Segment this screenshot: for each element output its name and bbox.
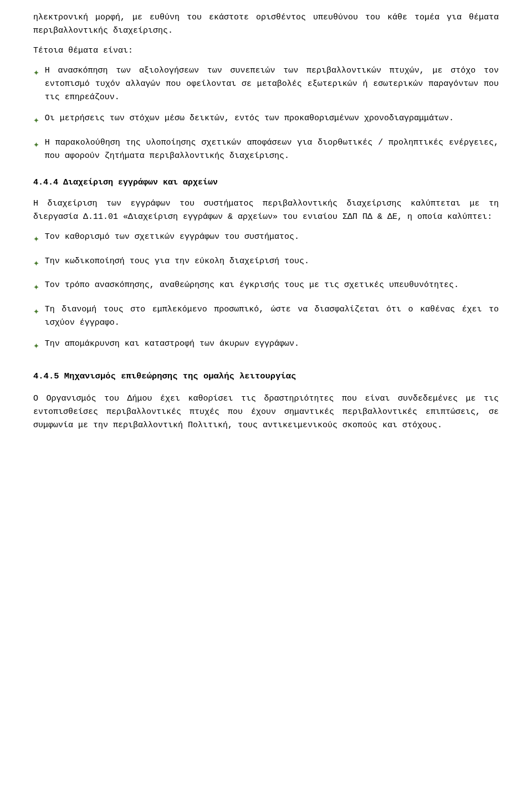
bullet-icon-3: ✦: [33, 137, 39, 153]
section-445-heading: 4.4.5 Μηχανισμός επιθεώρησης της ομαλής …: [33, 370, 499, 383]
bullet-text-8: Την απομάκρυνση και καταστροφή των άκυρω…: [45, 337, 499, 351]
bullet-item-3: ✦ Η παρακολούθηση της υλοποίησης σχετικώ…: [33, 136, 499, 163]
bullet-icon-6: ✦: [33, 279, 39, 295]
bullets-group-2: ✦ Τον καθορισμό των σχετικών εγγράφων το…: [33, 231, 499, 354]
bullet-text-3: Η παρακολούθηση της υλοποίησης σχετικών …: [45, 136, 499, 163]
main-content: ηλεκτρονική μορφή, με ευθύνη του εκάστοτ…: [33, 11, 499, 432]
bullet-text-6: Τον τρόπο ανασκόπησης, αναθεώρησης και έ…: [45, 279, 499, 292]
bullet-item-1: ✦ Η ανασκόπηση των αξιολογήσεων των συνε…: [33, 64, 499, 104]
bullet-text-5: Την κωδικοποίησή τους για την εύκολη δια…: [45, 255, 499, 268]
section-444-heading: 4.4.4 Διαχείριση εγγράφων και αρχείων: [33, 176, 499, 190]
section-445-para: Ο Οργανισμός του Δήμου έχει καθορίσει τι…: [33, 392, 499, 432]
intro-paragraph: ηλεκτρονική μορφή, με ευθύνη του εκάστοτ…: [33, 11, 499, 38]
bullet-icon-4: ✦: [33, 231, 39, 247]
bullet-icon-1: ✦: [33, 65, 39, 81]
bullet-text-7: Τη διανομή τους στο εμπλεκόμενο προσωπικ…: [45, 303, 499, 330]
bullet-icon-5: ✦: [33, 255, 39, 272]
bullet-text-1: Η ανασκόπηση των αξιολογήσεων των συνεπε…: [45, 64, 499, 104]
intro-text: ηλεκτρονική μορφή, με ευθύνη του εκάστοτ…: [33, 11, 499, 38]
section-444: 4.4.4 Διαχείριση εγγράφων και αρχείων Η …: [33, 176, 499, 224]
bullet-item-2: ✦ Οι μετρήσεις των στόχων μέσω δεικτών, …: [33, 112, 499, 129]
bullet-icon-8: ✦: [33, 338, 39, 354]
bullet-icon-2: ✦: [33, 112, 39, 129]
bullet-item-6: ✦ Τον τρόπο ανασκόπησης, αναθεώρησης και…: [33, 279, 499, 295]
section-445: 4.4.5 Μηχανισμός επιθεώρησης της ομαλής …: [33, 370, 499, 432]
section-intro: Τέτοια θέματα είναι:: [33, 44, 499, 58]
section-intro-text: Τέτοια θέματα είναι:: [33, 44, 499, 58]
bullets-group-1: ✦ Η ανασκόπηση των αξιολογήσεων των συνε…: [33, 64, 499, 163]
bullet-item-5: ✦ Την κωδικοποίησή τους για την εύκολη δ…: [33, 255, 499, 272]
bullet-item-8: ✦ Την απομάκρυνση και καταστροφή των άκυ…: [33, 337, 499, 354]
section-444-para: Η διαχείριση των εγγράφων του συστήματος…: [33, 197, 499, 224]
bullet-item-7: ✦ Τη διανομή τους στο εμπλεκόμενο προσωπ…: [33, 303, 499, 330]
bullet-item-4: ✦ Τον καθορισμό των σχετικών εγγράφων το…: [33, 231, 499, 247]
bullet-text-4: Τον καθορισμό των σχετικών εγγράφων του …: [45, 231, 499, 244]
bullet-icon-7: ✦: [33, 304, 39, 320]
bullet-text-2: Οι μετρήσεις των στόχων μέσω δεικτών, εν…: [45, 112, 499, 125]
